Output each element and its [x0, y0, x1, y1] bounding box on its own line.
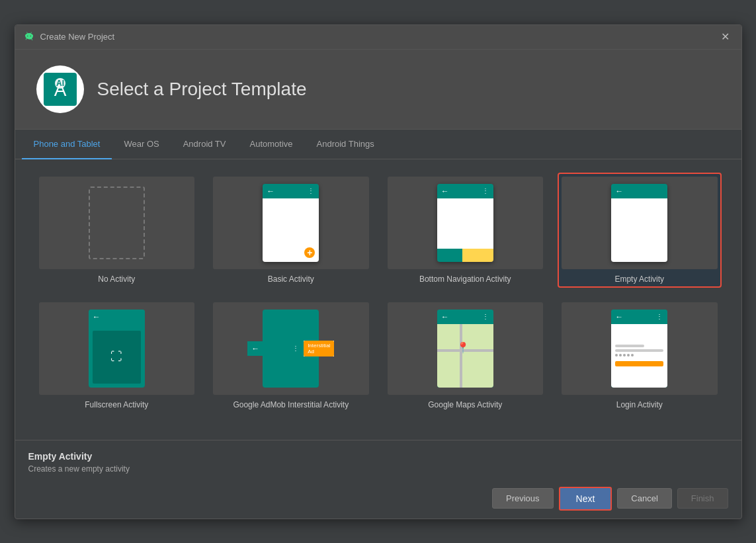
tab-android-things[interactable]: Android Things	[305, 130, 386, 159]
header-title: Select a Project Template	[97, 79, 307, 100]
login-password-dots	[615, 354, 663, 356]
bottom-nav-mockup: ← ⋮	[437, 184, 493, 262]
empty-toolbar: ←	[611, 184, 667, 198]
fullscreen-toolbar: ←	[89, 310, 145, 324]
description-text: Creates a new empty activity	[28, 464, 728, 474]
login-toolbar: ← ⋮	[611, 310, 667, 324]
menu-dots-7: ⋮	[656, 313, 663, 320]
previous-button[interactable]: Previous	[492, 488, 554, 509]
bottom-nav-toolbar: ← ⋮	[437, 184, 493, 198]
title-bar-left: Create New Project	[23, 31, 115, 43]
login-mockup: ← ⋮	[611, 310, 667, 388]
templates-grid: No Activity ← ⋮ + Basic Activity	[28, 159, 728, 427]
template-fullscreen[interactable]: ← ⛶ Fullscreen Activity	[35, 298, 199, 413]
template-empty-activity[interactable]: ← Empty Activity	[558, 173, 722, 288]
interstitial-ad-label: Interstitial Ad	[304, 341, 334, 356]
nav-teal	[437, 249, 462, 262]
content-area: No Activity ← ⋮ + Basic Activity	[15, 159, 741, 440]
dot-1	[615, 354, 618, 356]
basic-activity-label: Basic Activity	[268, 274, 314, 284]
login-line-1	[615, 345, 644, 347]
android-studio-logo: A AI	[44, 73, 77, 106]
basic-activity-mockup: ← ⋮ +	[263, 184, 319, 262]
nav-yellow	[462, 249, 493, 262]
tab-automotive[interactable]: Automotive	[237, 130, 304, 159]
back-arrow-3: ←	[615, 187, 623, 196]
menu-dots-5: ⋮	[292, 345, 300, 352]
fullscreen-thumbnail: ← ⛶	[39, 302, 195, 395]
no-activity-dashed-box	[89, 187, 145, 259]
bottom-nav-thumbnail: ← ⋮	[388, 177, 544, 269]
bottom-nav-body	[437, 198, 493, 249]
template-no-activity[interactable]: No Activity	[35, 173, 199, 288]
no-activity-thumbnail	[39, 177, 195, 269]
interstitial-body: Interstitial Ad	[304, 341, 334, 356]
maps-label: Google Maps Activity	[428, 400, 502, 409]
empty-activity-label: Empty Activity	[614, 274, 664, 284]
template-basic-activity[interactable]: ← ⋮ + Basic Activity	[209, 173, 373, 288]
dot-5	[631, 354, 634, 356]
login-label: Login Activity	[616, 400, 663, 409]
android-icon	[23, 31, 35, 43]
maps-thumbnail: ← ⋮ 📍	[388, 302, 544, 395]
finish-button[interactable]: Finish	[677, 488, 728, 509]
bottom-nav-label: Bottom Navigation Activity	[419, 274, 511, 284]
basic-body: +	[263, 198, 319, 262]
fullscreen-inner: ⛶	[93, 331, 141, 384]
basic-activity-thumbnail: ← ⋮ +	[213, 177, 369, 269]
title-bar: Create New Project ✕	[15, 25, 741, 50]
template-interstitial-ad[interactable]: ← ⋮ Interstitial Ad Google AdMob Interst…	[209, 298, 373, 413]
tab-bar: Phone and Tablet Wear OS Android TV Auto…	[15, 130, 741, 159]
map-body: 📍	[437, 324, 493, 388]
interstitial-mockup: ← ⋮ Interstitial Ad	[263, 310, 319, 388]
header-section: A AI Select a Project Template	[15, 50, 741, 130]
bottom-nav-bar	[437, 249, 493, 262]
fullscreen-label: Fullscreen Activity	[85, 400, 148, 409]
back-arrow-7: ←	[615, 312, 623, 321]
next-button[interactable]: Next	[559, 487, 612, 511]
template-maps[interactable]: ← ⋮ 📍 Google Maps Activity	[384, 298, 548, 413]
back-arrow-5: ←	[251, 344, 259, 353]
tab-phone-tablet[interactable]: Phone and Tablet	[22, 130, 112, 159]
map-pin: 📍	[456, 341, 470, 354]
dot-3	[623, 354, 626, 356]
login-line-2	[615, 349, 663, 352]
back-arrow-4: ←	[93, 312, 101, 321]
login-btn-visual	[615, 361, 663, 366]
back-arrow-2: ←	[441, 187, 449, 196]
close-button[interactable]: ✕	[717, 30, 734, 44]
tab-wear-os[interactable]: Wear OS	[112, 130, 171, 159]
fullscreen-mockup: ← ⛶	[89, 310, 145, 388]
bracket-icon: ⛶	[110, 350, 122, 364]
interstitial-toolbar: ← ⋮	[247, 341, 304, 356]
empty-activity-thumbnail: ←	[562, 177, 718, 269]
menu-dots-2: ⋮	[482, 187, 489, 194]
menu-dots-6: ⋮	[482, 313, 489, 320]
no-activity-label: No Activity	[98, 274, 135, 284]
dot-4	[627, 354, 630, 356]
dot-2	[619, 354, 622, 356]
template-bottom-nav[interactable]: ← ⋮ Bottom Navigation Activity	[384, 173, 548, 288]
svg-text:AI: AI	[56, 79, 64, 88]
menu-dots: ⋮	[308, 187, 315, 194]
interstitial-ad-template-label: Google AdMob Interstitial Activity	[233, 400, 349, 409]
create-new-project-dialog: Create New Project ✕ A AI Select a Proje…	[15, 24, 742, 519]
description-section: Empty Activity Creates a new empty activ…	[15, 440, 741, 479]
back-arrow-6: ←	[441, 312, 449, 321]
maps-mockup: ← ⋮ 📍	[437, 310, 493, 388]
maps-toolbar: ← ⋮	[437, 310, 493, 324]
empty-activity-mockup: ←	[611, 184, 667, 262]
fab-button: +	[304, 247, 315, 258]
template-login[interactable]: ← ⋮	[558, 298, 722, 413]
back-arrow: ←	[267, 187, 274, 196]
interstitial-thumbnail: ← ⋮ Interstitial Ad	[213, 302, 369, 395]
login-thumbnail: ← ⋮	[562, 302, 718, 395]
footer: Previous Next Cancel Finish	[15, 479, 741, 519]
empty-body	[611, 198, 667, 262]
tab-android-tv[interactable]: Android TV	[171, 130, 238, 159]
basic-toolbar: ← ⋮	[263, 184, 319, 198]
cancel-button[interactable]: Cancel	[617, 488, 671, 509]
logo-circle: A AI	[36, 65, 84, 113]
dialog-title: Create New Project	[40, 32, 115, 42]
login-body	[611, 324, 667, 388]
